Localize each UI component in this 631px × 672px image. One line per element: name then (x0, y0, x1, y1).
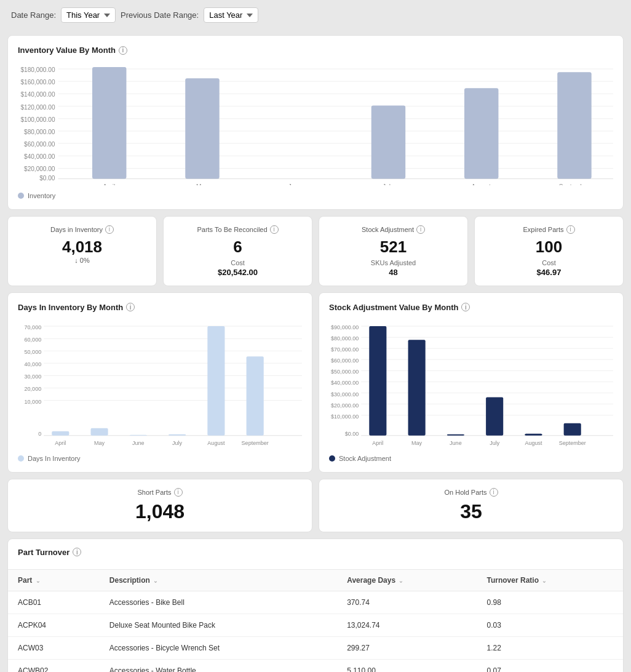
days-inventory-arrow: ↓ 0% (18, 257, 146, 264)
svg-rect-20 (92, 67, 126, 178)
inventory-value-info-icon[interactable]: i (119, 46, 127, 55)
cell-turnover: 0.98 (477, 591, 623, 614)
inventory-value-card: Inventory Value By Month i $180,000.00 $… (7, 35, 624, 210)
svg-rect-90 (564, 423, 581, 435)
svg-rect-58 (247, 356, 264, 436)
svg-text:August: August (207, 440, 225, 446)
svg-rect-82 (408, 340, 426, 436)
days-inv-legend-dot (18, 455, 24, 462)
table-row: ACPK04 Deluxe Seat Mounted Bike Pack 13,… (8, 614, 623, 636)
short-parts-info-icon[interactable]: i (174, 488, 183, 497)
stock-adj-month-title: Stock Adjustment Value By Month i (329, 303, 613, 312)
stock-adjustment-value: 521 (329, 238, 458, 257)
expired-parts-value: 100 (485, 238, 613, 257)
svg-rect-80 (369, 326, 386, 436)
svg-text:70,000: 70,000 (25, 324, 42, 330)
days-inv-svg: 70,000 60,000 50,000 40,000 30,000 20,00… (18, 318, 302, 448)
on-hold-parts-value: 35 (329, 500, 613, 523)
svg-text:30,000: 30,000 (25, 374, 42, 380)
svg-text:July: July (383, 183, 394, 185)
svg-rect-26 (371, 106, 405, 179)
inventory-legend-dot (18, 193, 24, 199)
stock-adjustment-info-icon[interactable]: i (416, 225, 425, 234)
svg-text:$20,000.00: $20,000.00 (24, 166, 55, 172)
svg-text:April: April (372, 440, 383, 446)
expired-parts-label: Expired Parts i (485, 225, 613, 234)
stock-adj-svg: $90,000.00 $80,000.00 $70,000.00 $60,000… (329, 318, 613, 448)
stock-adj-legend-dot (329, 455, 335, 462)
svg-text:$40,000.00: $40,000.00 (24, 153, 55, 160)
days-inventory-label: Days in Inventory i (18, 225, 146, 234)
inventory-legend-label: Inventory (28, 192, 55, 199)
svg-rect-52 (130, 434, 147, 435)
stat-cards-row: Days in Inventory i 4,018 ↓ 0% Parts To … (7, 216, 624, 286)
table-row: ACB01 Accessories - Bike Bell 370.74 0.9… (8, 591, 623, 614)
cell-part: ACB01 (8, 591, 100, 614)
parts-reconciled-value: 6 (173, 238, 302, 257)
table-row: ACWB02 Accessories - Water Bottle 5,110.… (8, 659, 623, 672)
svg-text:September: September (559, 183, 590, 185)
svg-text:$70,000.00: $70,000.00 (331, 346, 359, 353)
stock-adj-chart: $90,000.00 $80,000.00 $70,000.00 $60,000… (329, 318, 613, 450)
short-parts-card: Short Parts i 1,048 (7, 479, 312, 532)
cell-turnover: 1.22 (477, 636, 623, 659)
svg-text:June: June (132, 440, 145, 446)
col-part[interactable]: Part ⌄ (8, 569, 100, 591)
cell-description: Accessories - Bike Bell (100, 591, 337, 614)
svg-text:June: June (288, 183, 302, 185)
svg-text:May: May (94, 440, 105, 446)
cell-avg-days: 5,110.00 (337, 659, 477, 672)
two-col-charts-row: Days In Inventory By Month i 70,000 60,0… (7, 292, 624, 473)
svg-text:August: August (525, 440, 542, 446)
svg-rect-50 (91, 428, 108, 435)
part-turnover-header-row: Part Turnover i (8, 539, 623, 569)
part-turnover-section: Part Turnover i Part ⌄ Description ⌄ Ave… (7, 538, 624, 672)
days-inventory-value: 4,018 (18, 238, 146, 257)
svg-text:$90,000.00: $90,000.00 (331, 324, 359, 330)
prev-date-range-select[interactable]: Last Year (204, 7, 258, 23)
svg-text:July: July (490, 440, 500, 446)
svg-text:$60,000.00: $60,000.00 (331, 358, 359, 364)
parts-reconciled-info-icon[interactable]: i (270, 225, 279, 234)
svg-text:$20,000.00: $20,000.00 (331, 402, 359, 408)
part-turnover-title: Part Turnover i (18, 548, 613, 557)
stock-adj-info-icon[interactable]: i (461, 303, 470, 311)
inventory-legend: Inventory (18, 192, 613, 199)
col-description[interactable]: Description ⌄ (100, 569, 337, 591)
on-hold-parts-label: On Hold Parts i (329, 488, 613, 497)
on-hold-parts-card: On Hold Parts i 35 (319, 479, 624, 532)
turnover-sort-icon: ⌄ (542, 578, 547, 584)
cell-description: Deluxe Seat Mounted Bike Pack (100, 614, 337, 636)
days-inv-legend: Days In Inventory (18, 455, 302, 462)
date-range-select[interactable]: This Year (61, 7, 116, 23)
cell-description: Accessories - Bicycle Wrench Set (100, 636, 337, 659)
svg-text:$30,000.00: $30,000.00 (331, 391, 359, 397)
col-turnover-ratio[interactable]: Turnover Ratio ⌄ (477, 569, 623, 591)
svg-text:$60,000.00: $60,000.00 (24, 141, 55, 148)
days-inv-month-info-icon[interactable]: i (126, 303, 135, 311)
svg-text:September: September (242, 440, 269, 446)
table-row: ACW03 Accessories - Bicycle Wrench Set 2… (8, 636, 623, 659)
main-content: Inventory Value By Month i $180,000.00 $… (0, 30, 631, 672)
short-hold-row: Short Parts i 1,048 On Hold Parts i 35 (7, 479, 624, 532)
svg-text:0: 0 (38, 430, 41, 436)
part-turnover-info-icon[interactable]: i (73, 548, 81, 556)
prev-date-range-label: Previous Date Range: (121, 10, 199, 20)
expired-parts-card: Expired Parts i 100 Cost $46.97 (474, 216, 624, 286)
date-range-label: Date Range: (11, 10, 56, 20)
cell-avg-days: 299.27 (337, 636, 477, 659)
expired-parts-info-icon[interactable]: i (566, 225, 575, 234)
on-hold-parts-info-icon[interactable]: i (490, 488, 498, 497)
short-parts-value: 1,048 (18, 500, 302, 523)
svg-text:May: May (196, 183, 208, 185)
cell-part: ACWB02 (8, 659, 100, 672)
svg-rect-30 (557, 72, 591, 178)
inventory-svg-chart: $180,000.00 $160,000.00 $140,000.00 $120… (18, 61, 613, 185)
svg-text:$80,000.00: $80,000.00 (331, 335, 359, 342)
days-inventory-card: Days in Inventory i 4,018 ↓ 0% (7, 216, 157, 286)
svg-text:April: April (103, 183, 115, 185)
cell-turnover: 0.03 (477, 614, 623, 636)
days-inventory-info-icon[interactable]: i (105, 225, 114, 234)
col-avg-days[interactable]: Average Days ⌄ (337, 569, 477, 591)
svg-text:$0.00: $0.00 (345, 430, 359, 436)
